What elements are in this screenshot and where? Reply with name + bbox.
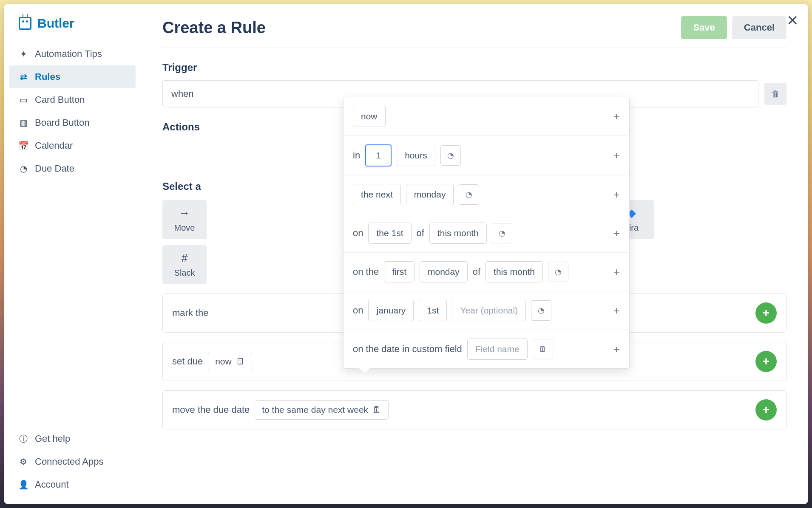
sidebar-item-card-button[interactable]: ▭ Card Button	[4, 88, 141, 111]
sidebar-item-get-help[interactable]: ⓘ Get help	[4, 427, 141, 450]
popover-row: onjanuary1stYear (optional)◔+	[344, 291, 629, 330]
add-option-button[interactable]: +	[613, 110, 620, 123]
popover-token[interactable]: hours	[397, 145, 435, 166]
sidebar-item-label: Calendar	[35, 140, 73, 151]
add-action-button[interactable]: +	[755, 351, 777, 372]
trash-icon: 🗑	[771, 89, 780, 99]
slack-icon: #	[182, 251, 187, 265]
clock-icon[interactable]: ◔	[531, 300, 551, 321]
popover-row: on the date in custom fieldField name🗓+	[344, 330, 629, 368]
popover-token[interactable]: monday	[406, 184, 454, 205]
popover-row: in1hours◔+	[344, 136, 629, 175]
popover-placeholder-input[interactable]: Year (optional)	[452, 300, 526, 321]
popover-text: in	[353, 150, 360, 161]
sidebar-item-label: Board Button	[35, 117, 89, 128]
app-window: Butler ✦ Automation Tips ⇄ Rules ▭ Card …	[4, 4, 808, 504]
card-icon: ▭	[19, 95, 28, 104]
close-icon[interactable]: ✕	[786, 12, 798, 29]
popover-placeholder-input[interactable]: Field name	[467, 339, 528, 360]
sidebar-item-label: Automation Tips	[35, 48, 102, 59]
popover-token[interactable]: january	[368, 300, 414, 321]
gear-icon: ⚙	[19, 457, 28, 466]
sidebar-bottom: ⓘ Get help ⚙ Connected Apps 👤 Account	[4, 427, 141, 496]
popover-text: on	[353, 228, 363, 239]
action-text: mark the	[172, 308, 209, 319]
popover-token[interactable]: monday	[420, 261, 468, 282]
cancel-button[interactable]: Cancel	[732, 16, 786, 39]
calendar-small-icon: 🗓	[236, 356, 245, 367]
sidebar-item-account[interactable]: 👤 Account	[4, 473, 141, 496]
add-action-button[interactable]: +	[755, 302, 777, 324]
header-actions: Save Cancel	[681, 16, 786, 39]
popover-text: on the date in custom field	[353, 344, 462, 355]
board-icon: ▥	[19, 118, 28, 127]
sidebar-item-board-button[interactable]: ▥ Board Button	[4, 111, 141, 134]
popover-number-input[interactable]: 1	[365, 144, 392, 167]
tab-move[interactable]: → Move	[162, 200, 207, 239]
add-action-button[interactable]: +	[755, 399, 777, 421]
sidebar: Butler ✦ Automation Tips ⇄ Rules ▭ Card …	[4, 4, 141, 504]
clock-icon[interactable]: ◔	[492, 223, 512, 243]
popover-text: on	[353, 305, 363, 316]
action-text: set due	[172, 356, 203, 367]
sidebar-item-label: Rules	[35, 71, 60, 82]
popover-text: of	[417, 228, 424, 239]
sidebar-item-label: Due Date	[35, 163, 74, 174]
sidebar-item-automation-tips[interactable]: ✦ Automation Tips	[4, 42, 141, 65]
brand: Butler	[4, 12, 141, 42]
popover-token[interactable]: this month	[429, 223, 487, 244]
main-content: ✕ Create a Rule Save Cancel Trigger when…	[141, 4, 808, 504]
calendar-small-icon: 🗓	[372, 405, 381, 415]
trigger-label: Trigger	[162, 62, 786, 73]
popover-row: the nextmonday◔+	[344, 175, 629, 214]
popover-token[interactable]: now	[353, 106, 386, 127]
clock-icon[interactable]: ◔	[548, 262, 568, 282]
due-now-pill[interactable]: now 🗓	[208, 352, 252, 371]
sidebar-item-due-date[interactable]: ◔ Due Date	[4, 157, 141, 180]
sidebar-item-calendar[interactable]: 📅 Calendar	[4, 134, 141, 157]
sliders-icon: ⇄	[19, 72, 28, 82]
popover-token[interactable]: 1st	[419, 300, 447, 321]
info-icon: ⓘ	[19, 434, 28, 443]
sidebar-item-label: Account	[35, 479, 69, 490]
sidebar-item-label: Card Button	[35, 94, 85, 105]
add-option-button[interactable]: +	[613, 149, 620, 162]
clock-icon[interactable]: ◔	[440, 145, 461, 166]
header: Create a Rule Save Cancel	[162, 16, 786, 48]
popover-token[interactable]: first	[384, 261, 415, 282]
calendar-icon: 📅	[19, 141, 28, 150]
sidebar-item-connected-apps[interactable]: ⚙ Connected Apps	[4, 450, 141, 473]
tab-slack[interactable]: # Slack	[162, 245, 207, 284]
page-title: Create a Rule	[162, 19, 266, 37]
save-button[interactable]: Save	[681, 16, 727, 39]
sparkle-icon: ✦	[19, 49, 28, 59]
brand-name: Butler	[37, 16, 74, 31]
popover-token[interactable]: the 1st	[368, 223, 411, 244]
add-option-button[interactable]: +	[613, 265, 620, 279]
add-option-button[interactable]: +	[613, 227, 620, 240]
trigger-prefix: when	[171, 88, 194, 99]
sidebar-item-rules[interactable]: ⇄ Rules	[9, 65, 136, 88]
action-text: move the due date	[172, 404, 250, 415]
arrow-right-icon: →	[179, 206, 190, 220]
add-option-button[interactable]: +	[613, 188, 620, 201]
move-due-pill[interactable]: to the same day next week 🗓	[255, 400, 389, 420]
add-option-button[interactable]: +	[613, 304, 620, 317]
delete-trigger-button[interactable]: 🗑	[764, 83, 786, 105]
tab-label: Slack	[174, 268, 195, 278]
user-icon: 👤	[19, 480, 28, 489]
clock-icon[interactable]: ◔	[459, 184, 479, 205]
popover-token[interactable]: this month	[485, 261, 543, 282]
popover-row: on thefirstmondayofthis month◔+	[344, 253, 629, 291]
popover-row: onthe 1stofthis month◔+	[344, 214, 629, 253]
popover-token[interactable]: the next	[353, 184, 401, 205]
date-options-popover: now+in1hours◔+the nextmonday◔+onthe 1sto…	[343, 97, 630, 369]
butler-robot-icon	[19, 17, 31, 30]
calendar-picker-icon[interactable]: 🗓	[533, 339, 553, 359]
popover-row: now+	[344, 97, 629, 136]
action-row-move-due[interactable]: move the due date to the same day next w…	[162, 390, 786, 429]
popover-text: on the	[353, 266, 379, 277]
popover-text: of	[473, 266, 480, 277]
add-option-button[interactable]: +	[613, 343, 620, 356]
tab-label: Move	[174, 223, 195, 233]
